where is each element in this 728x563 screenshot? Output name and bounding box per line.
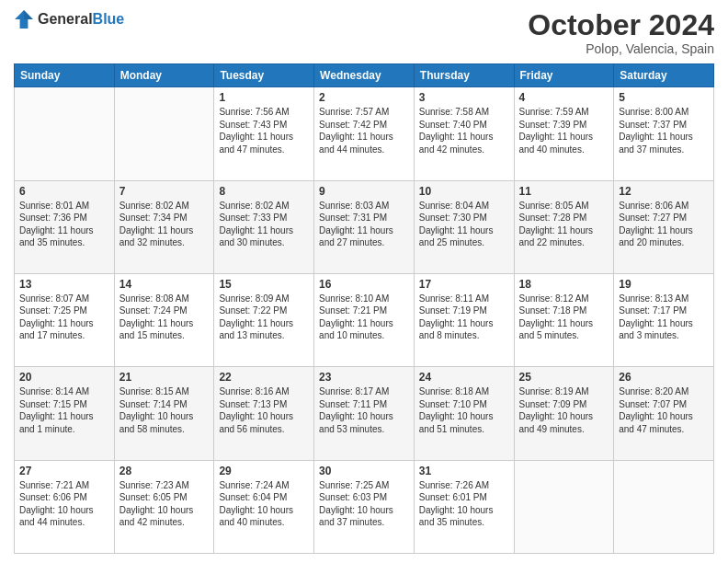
calendar-cell bbox=[114, 87, 214, 180]
day-info: Sunrise: 7:24 AM Sunset: 6:04 PM Dayligh… bbox=[219, 479, 309, 529]
day-number: 1 bbox=[219, 91, 309, 104]
calendar-cell: 1Sunrise: 7:56 AM Sunset: 7:43 PM Daylig… bbox=[214, 87, 314, 180]
logo-general: General bbox=[38, 11, 93, 27]
calendar-cell: 18Sunrise: 8:12 AM Sunset: 7:18 PM Dayli… bbox=[514, 273, 614, 366]
day-number: 18 bbox=[519, 278, 609, 291]
calendar-cell: 16Sunrise: 8:10 AM Sunset: 7:21 PM Dayli… bbox=[314, 273, 415, 366]
day-info: Sunrise: 8:01 AM Sunset: 7:36 PM Dayligh… bbox=[19, 200, 109, 249]
day-info: Sunrise: 8:08 AM Sunset: 7:24 PM Dayligh… bbox=[119, 293, 210, 342]
day-number: 10 bbox=[419, 185, 509, 198]
day-info: Sunrise: 8:02 AM Sunset: 7:34 PM Dayligh… bbox=[119, 200, 210, 249]
calendar-cell: 22Sunrise: 8:16 AM Sunset: 7:13 PM Dayli… bbox=[214, 367, 314, 460]
calendar-cell: 5Sunrise: 8:00 AM Sunset: 7:37 PM Daylig… bbox=[614, 87, 714, 180]
day-number: 23 bbox=[319, 371, 409, 384]
calendar-cell bbox=[614, 460, 714, 553]
day-number: 30 bbox=[319, 465, 409, 477]
weekday-header-friday: Friday bbox=[514, 64, 614, 87]
day-info: Sunrise: 8:09 AM Sunset: 7:22 PM Dayligh… bbox=[219, 293, 309, 342]
day-info: Sunrise: 8:19 AM Sunset: 7:09 PM Dayligh… bbox=[519, 385, 609, 435]
calendar-cell: 28Sunrise: 7:23 AM Sunset: 6:05 PM Dayli… bbox=[114, 460, 214, 553]
week-row-5: 27Sunrise: 7:21 AM Sunset: 6:06 PM Dayli… bbox=[15, 460, 714, 553]
week-row-2: 6Sunrise: 8:01 AM Sunset: 7:36 PM Daylig… bbox=[15, 180, 714, 273]
day-number: 19 bbox=[619, 278, 709, 291]
calendar-cell: 6Sunrise: 8:01 AM Sunset: 7:36 PM Daylig… bbox=[15, 180, 115, 273]
day-info: Sunrise: 8:07 AM Sunset: 7:25 PM Dayligh… bbox=[19, 293, 109, 342]
logo-blue: Blue bbox=[93, 11, 125, 27]
calendar-cell: 2Sunrise: 7:57 AM Sunset: 7:42 PM Daylig… bbox=[314, 87, 415, 180]
calendar-cell: 9Sunrise: 8:03 AM Sunset: 7:31 PM Daylig… bbox=[314, 180, 415, 273]
calendar-cell: 14Sunrise: 8:08 AM Sunset: 7:24 PM Dayli… bbox=[114, 273, 214, 366]
title-block: October 2024 Polop, Valencia, Spain bbox=[528, 9, 714, 56]
svg-marker-1 bbox=[24, 10, 33, 19]
day-number: 27 bbox=[19, 465, 109, 477]
location: Polop, Valencia, Spain bbox=[528, 41, 714, 56]
calendar-table: SundayMondayTuesdayWednesdayThursdayFrid… bbox=[14, 63, 714, 554]
calendar-cell bbox=[15, 87, 115, 180]
day-info: Sunrise: 8:16 AM Sunset: 7:13 PM Dayligh… bbox=[219, 385, 309, 435]
day-number: 24 bbox=[419, 371, 509, 384]
calendar-cell: 31Sunrise: 7:26 AM Sunset: 6:01 PM Dayli… bbox=[414, 460, 514, 553]
logo-text: GeneralBlue bbox=[38, 11, 124, 28]
day-number: 6 bbox=[19, 185, 109, 198]
day-number: 21 bbox=[119, 371, 210, 384]
day-number: 2 bbox=[319, 91, 409, 104]
day-info: Sunrise: 7:23 AM Sunset: 6:05 PM Dayligh… bbox=[119, 479, 210, 529]
calendar-cell: 17Sunrise: 8:11 AM Sunset: 7:19 PM Dayli… bbox=[414, 273, 514, 366]
calendar-cell: 3Sunrise: 7:58 AM Sunset: 7:40 PM Daylig… bbox=[414, 87, 514, 180]
logo: GeneralBlue bbox=[14, 9, 124, 29]
calendar-cell: 8Sunrise: 8:02 AM Sunset: 7:33 PM Daylig… bbox=[214, 180, 314, 273]
calendar-cell: 21Sunrise: 8:15 AM Sunset: 7:14 PM Dayli… bbox=[114, 367, 214, 460]
day-info: Sunrise: 8:04 AM Sunset: 7:30 PM Dayligh… bbox=[419, 200, 509, 249]
week-row-3: 13Sunrise: 8:07 AM Sunset: 7:25 PM Dayli… bbox=[15, 273, 714, 366]
calendar-cell bbox=[514, 460, 614, 553]
calendar-cell: 25Sunrise: 8:19 AM Sunset: 7:09 PM Dayli… bbox=[514, 367, 614, 460]
day-info: Sunrise: 8:10 AM Sunset: 7:21 PM Dayligh… bbox=[319, 293, 409, 342]
calendar-cell: 19Sunrise: 8:13 AM Sunset: 7:17 PM Dayli… bbox=[614, 273, 714, 366]
day-number: 3 bbox=[419, 91, 509, 104]
day-number: 29 bbox=[219, 465, 309, 477]
day-info: Sunrise: 8:13 AM Sunset: 7:17 PM Dayligh… bbox=[619, 293, 709, 342]
calendar-cell: 26Sunrise: 8:20 AM Sunset: 7:07 PM Dayli… bbox=[614, 367, 714, 460]
day-number: 13 bbox=[19, 278, 109, 291]
weekday-header-thursday: Thursday bbox=[414, 64, 514, 87]
header: GeneralBlue October 2024 Polop, Valencia… bbox=[14, 9, 714, 56]
day-info: Sunrise: 7:26 AM Sunset: 6:01 PM Dayligh… bbox=[419, 479, 509, 529]
day-info: Sunrise: 8:03 AM Sunset: 7:31 PM Dayligh… bbox=[319, 200, 409, 249]
day-info: Sunrise: 8:20 AM Sunset: 7:07 PM Dayligh… bbox=[619, 385, 709, 435]
day-number: 8 bbox=[219, 185, 309, 198]
calendar-cell: 11Sunrise: 8:05 AM Sunset: 7:28 PM Dayli… bbox=[514, 180, 614, 273]
calendar-cell: 13Sunrise: 8:07 AM Sunset: 7:25 PM Dayli… bbox=[15, 273, 115, 366]
calendar-cell: 15Sunrise: 8:09 AM Sunset: 7:22 PM Dayli… bbox=[214, 273, 314, 366]
calendar-cell: 27Sunrise: 7:21 AM Sunset: 6:06 PM Dayli… bbox=[15, 460, 115, 553]
calendar-cell: 10Sunrise: 8:04 AM Sunset: 7:30 PM Dayli… bbox=[414, 180, 514, 273]
month-title: October 2024 bbox=[528, 9, 714, 41]
week-row-4: 20Sunrise: 8:14 AM Sunset: 7:15 PM Dayli… bbox=[15, 367, 714, 460]
day-number: 15 bbox=[219, 278, 309, 291]
day-number: 22 bbox=[219, 371, 309, 384]
weekday-header-sunday: Sunday bbox=[15, 64, 115, 87]
day-number: 31 bbox=[419, 465, 509, 477]
calendar-cell: 7Sunrise: 8:02 AM Sunset: 7:34 PM Daylig… bbox=[114, 180, 214, 273]
day-info: Sunrise: 8:00 AM Sunset: 7:37 PM Dayligh… bbox=[619, 106, 709, 155]
week-row-1: 1Sunrise: 7:56 AM Sunset: 7:43 PM Daylig… bbox=[15, 87, 714, 180]
day-info: Sunrise: 8:17 AM Sunset: 7:11 PM Dayligh… bbox=[319, 385, 409, 435]
day-number: 14 bbox=[119, 278, 210, 291]
day-number: 20 bbox=[19, 371, 109, 384]
day-number: 28 bbox=[119, 465, 210, 477]
calendar-cell: 23Sunrise: 8:17 AM Sunset: 7:11 PM Dayli… bbox=[314, 367, 415, 460]
day-info: Sunrise: 8:11 AM Sunset: 7:19 PM Dayligh… bbox=[419, 293, 509, 342]
calendar-cell: 12Sunrise: 8:06 AM Sunset: 7:27 PM Dayli… bbox=[614, 180, 714, 273]
day-info: Sunrise: 7:56 AM Sunset: 7:43 PM Dayligh… bbox=[219, 106, 309, 155]
calendar-cell: 24Sunrise: 8:18 AM Sunset: 7:10 PM Dayli… bbox=[414, 367, 514, 460]
day-number: 4 bbox=[519, 91, 609, 104]
day-number: 11 bbox=[519, 185, 609, 198]
weekday-header-row: SundayMondayTuesdayWednesdayThursdayFrid… bbox=[15, 64, 714, 87]
calendar-cell: 20Sunrise: 8:14 AM Sunset: 7:15 PM Dayli… bbox=[15, 367, 115, 460]
weekday-header-monday: Monday bbox=[114, 64, 214, 87]
day-number: 9 bbox=[319, 185, 409, 198]
day-info: Sunrise: 8:14 AM Sunset: 7:15 PM Dayligh… bbox=[19, 385, 109, 435]
logo-icon bbox=[14, 9, 34, 29]
day-info: Sunrise: 8:18 AM Sunset: 7:10 PM Dayligh… bbox=[419, 385, 509, 435]
day-info: Sunrise: 7:59 AM Sunset: 7:39 PM Dayligh… bbox=[519, 106, 609, 155]
day-info: Sunrise: 7:21 AM Sunset: 6:06 PM Dayligh… bbox=[19, 479, 109, 529]
